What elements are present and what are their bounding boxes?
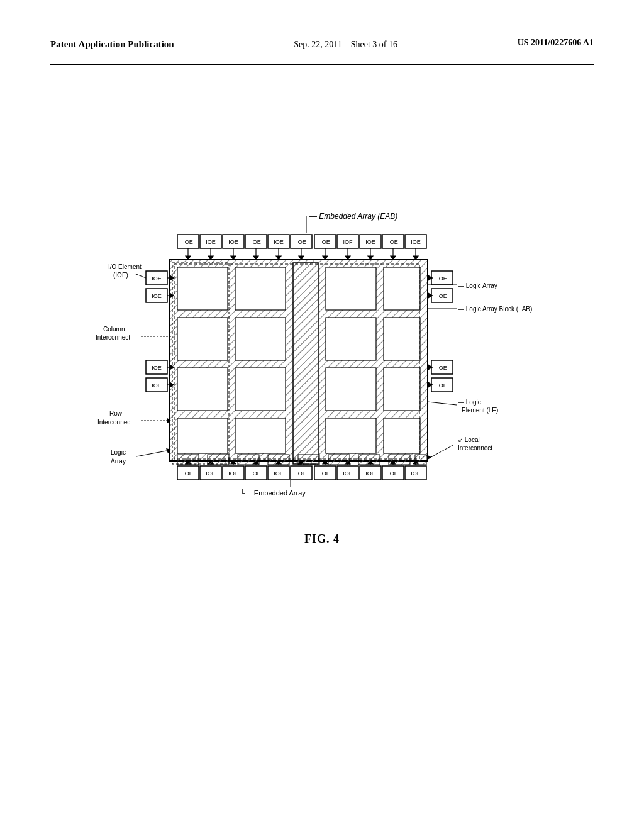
svg-text:I/O Element: I/O Element bbox=[108, 263, 142, 270]
svg-text:IOE: IOE bbox=[437, 365, 447, 371]
header-divider bbox=[50, 64, 594, 65]
svg-text:IOE: IOE bbox=[437, 275, 447, 282]
svg-text:— Embedded Array (EAB): — Embedded Array (EAB) bbox=[309, 212, 397, 221]
figure-4-svg: IOE IOE IOE IOE IOE IOE bbox=[96, 165, 548, 517]
svg-rect-175 bbox=[268, 455, 289, 465]
right-ioe-column: IOE IOE IOE IOE bbox=[431, 271, 453, 392]
svg-text:IOE: IOE bbox=[228, 470, 238, 477]
top-ioe-row: IOE IOE IOE IOE IOE IOE bbox=[177, 235, 426, 248]
svg-rect-52 bbox=[384, 267, 420, 310]
svg-text:IOE: IOE bbox=[411, 470, 421, 477]
svg-text:IOE: IOE bbox=[206, 239, 216, 245]
svg-text:IOE: IOE bbox=[296, 239, 306, 245]
svg-rect-53 bbox=[177, 318, 228, 360]
svg-line-165 bbox=[429, 445, 453, 458]
svg-text:IOE: IOE bbox=[152, 275, 162, 282]
svg-text:IOE: IOE bbox=[365, 470, 375, 477]
figure-label: FIG. 4 bbox=[304, 533, 340, 546]
svg-rect-60 bbox=[384, 368, 420, 411]
bottom-chevrons bbox=[177, 455, 426, 465]
svg-rect-48 bbox=[177, 267, 228, 310]
svg-text:IOF: IOF bbox=[343, 239, 353, 245]
left-ioe-column: IOE IOE IOE IOE bbox=[146, 271, 167, 392]
svg-rect-62 bbox=[235, 418, 286, 453]
svg-rect-178 bbox=[358, 455, 380, 465]
svg-text:IOE: IOE bbox=[152, 365, 162, 371]
page-header: Patent Application Publication Sep. 22, … bbox=[50, 38, 594, 52]
svg-text:IOE: IOE bbox=[437, 293, 447, 299]
svg-rect-49 bbox=[235, 267, 286, 310]
svg-text:IOE: IOE bbox=[274, 239, 284, 245]
patent-number: US 2011/0227606 A1 bbox=[518, 38, 594, 48]
svg-rect-173 bbox=[208, 455, 229, 465]
svg-rect-51 bbox=[326, 267, 376, 310]
svg-text:— Logic: — Logic bbox=[458, 399, 481, 406]
svg-rect-176 bbox=[298, 455, 319, 465]
svg-text:↙ Local: ↙ Local bbox=[458, 436, 480, 443]
svg-rect-61 bbox=[177, 418, 228, 453]
svg-text:└— Embedded Array: └— Embedded Array bbox=[240, 489, 306, 497]
page: Patent Application Publication Sep. 22, … bbox=[0, 0, 644, 830]
svg-text:Interconnect: Interconnect bbox=[96, 334, 130, 341]
svg-rect-54 bbox=[235, 318, 286, 360]
svg-text:IOE: IOE bbox=[365, 239, 375, 245]
svg-rect-55 bbox=[326, 318, 376, 360]
svg-text:IOE: IOE bbox=[411, 239, 421, 245]
svg-text:Element (LE): Element (LE) bbox=[462, 407, 498, 414]
svg-rect-56 bbox=[384, 318, 420, 360]
svg-text:IOE: IOE bbox=[388, 470, 398, 477]
svg-rect-64 bbox=[384, 418, 420, 453]
svg-text:IOE: IOE bbox=[388, 239, 398, 245]
svg-text:IOE: IOE bbox=[183, 239, 193, 245]
svg-text:IOE: IOE bbox=[152, 382, 162, 389]
svg-rect-177 bbox=[328, 455, 350, 465]
publication-title: Patent Application Publication bbox=[50, 38, 174, 51]
svg-text:Interconnect: Interconnect bbox=[97, 419, 132, 426]
svg-text:Column: Column bbox=[103, 326, 125, 333]
top-arrows bbox=[186, 248, 418, 260]
svg-text:Logic: Logic bbox=[111, 449, 126, 456]
svg-rect-57 bbox=[177, 368, 228, 411]
svg-rect-50 bbox=[293, 263, 318, 464]
svg-line-157 bbox=[136, 450, 170, 456]
svg-text:IOE: IOE bbox=[206, 470, 216, 477]
svg-text:IOE: IOE bbox=[251, 239, 261, 245]
svg-text:— Logic Array Block (LAB): — Logic Array Block (LAB) bbox=[458, 306, 532, 313]
svg-text:IOE: IOE bbox=[251, 470, 261, 477]
svg-text:IOE: IOE bbox=[343, 470, 353, 477]
svg-line-169 bbox=[428, 402, 457, 405]
svg-text:(IOE): (IOE) bbox=[113, 272, 128, 279]
svg-text:IOE: IOE bbox=[228, 239, 238, 245]
svg-text:Row: Row bbox=[109, 410, 123, 417]
diagram-wrapper: IOE IOE IOE IOE IOE IOE bbox=[96, 165, 548, 517]
svg-text:IOE: IOE bbox=[296, 470, 306, 477]
svg-text:IOE: IOE bbox=[274, 470, 284, 477]
header-center: Sep. 22, 2011 Sheet 3 of 16 bbox=[294, 38, 397, 52]
svg-rect-179 bbox=[389, 455, 410, 465]
svg-text:IOE: IOE bbox=[320, 470, 330, 477]
svg-text:IOE: IOE bbox=[320, 239, 330, 245]
svg-text:Array: Array bbox=[111, 458, 126, 465]
svg-rect-180 bbox=[415, 455, 426, 465]
svg-rect-172 bbox=[177, 455, 199, 465]
svg-text:Interconnect: Interconnect bbox=[458, 445, 492, 451]
svg-rect-59 bbox=[326, 368, 376, 411]
svg-text:IOE: IOE bbox=[437, 382, 447, 389]
svg-text:IOE: IOE bbox=[152, 293, 162, 299]
svg-text:— Logic Array: — Logic Array bbox=[458, 282, 497, 289]
svg-text:IOE: IOE bbox=[183, 470, 193, 477]
svg-line-147 bbox=[135, 274, 146, 278]
svg-rect-58 bbox=[235, 368, 286, 411]
svg-rect-63 bbox=[326, 418, 376, 453]
svg-rect-174 bbox=[238, 455, 259, 465]
bottom-ioe-row: IOE IOE IOE IOE IOE IOE IOE IOE bbox=[177, 466, 426, 480]
figure-container: IOE IOE IOE IOE IOE IOE bbox=[50, 165, 594, 546]
